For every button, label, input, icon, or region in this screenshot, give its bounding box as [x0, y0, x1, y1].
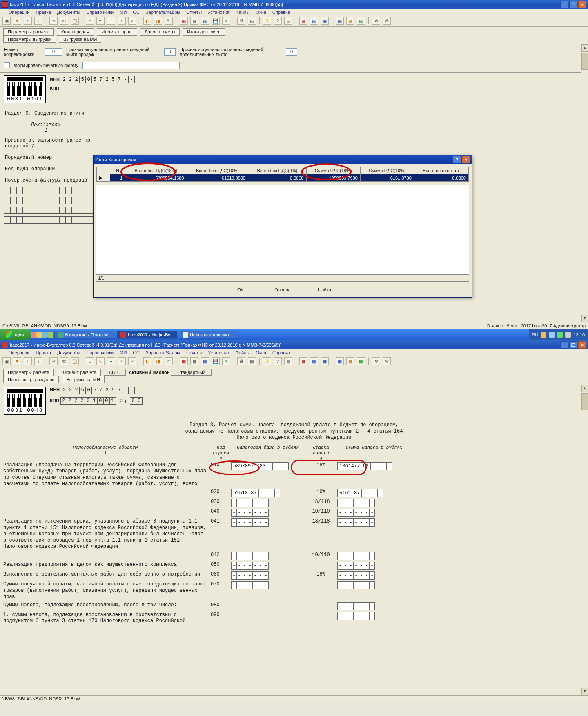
- print-icon[interactable]: 🖶: [237, 17, 245, 25]
- taskbar-item[interactable]: Входящие - Почта M...: [54, 331, 116, 339]
- menu-item[interactable]: Установка: [208, 350, 229, 355]
- tool-icon[interactable]: ⌕: [86, 17, 94, 25]
- tab-export[interactable]: Выгрузка на МИ: [62, 376, 104, 383]
- scroll-up-icon[interactable]: ▲: [581, 44, 588, 52]
- wand-icon[interactable]: ✨: [263, 357, 271, 365]
- start-button[interactable]: пуск: [0, 329, 31, 340]
- tool-icon[interactable]: ◨: [154, 17, 162, 25]
- tax-field[interactable]: -------: [337, 509, 375, 517]
- quick-icon[interactable]: [36, 332, 42, 338]
- scrollbar[interactable]: ▲ ▼: [581, 385, 588, 695]
- tool-icon[interactable]: ▦: [357, 357, 365, 365]
- scroll-thumb[interactable]: [581, 53, 588, 70]
- menu-item[interactable]: Операции: [9, 10, 29, 15]
- tax-field[interactable]: -------: [337, 499, 375, 507]
- menu-item[interactable]: Зарплата/Кадры: [146, 10, 180, 15]
- print-form-checkbox[interactable]: [4, 62, 10, 68]
- restore-button[interactable]: ❐: [569, 341, 577, 349]
- menu-item[interactable]: Справочники: [87, 10, 114, 15]
- tab-variant[interactable]: Вариант расчета: [57, 369, 101, 376]
- preview-icon[interactable]: ▤: [248, 17, 256, 25]
- tool-icon[interactable]: ▦: [336, 357, 344, 365]
- grid-row-selected[interactable]: ▶ 1 5888554.1500 61618.8800 0.0000 10599…: [97, 174, 469, 182]
- tax-field[interactable]: 6161.87----: [337, 489, 383, 497]
- tool-icon[interactable]: ▦: [346, 357, 354, 365]
- save-icon[interactable]: 💾: [212, 357, 220, 365]
- menu-item[interactable]: Операции: [9, 350, 29, 355]
- tool-icon[interactable]: ▦: [346, 17, 354, 25]
- paste-icon[interactable]: 📋: [71, 17, 79, 25]
- act-extra-input[interactable]: 0: [286, 48, 297, 56]
- menu-item[interactable]: Правка: [36, 350, 51, 355]
- base-field[interactable]: 5897097.783----: [231, 462, 289, 470]
- paste-icon[interactable]: 📋: [71, 357, 79, 365]
- tool-icon[interactable]: ▣: [2, 17, 11, 25]
- menu-item[interactable]: ОС: [133, 350, 140, 355]
- quick-icon[interactable]: [31, 332, 36, 338]
- tab-params[interactable]: Параметры расчета: [3, 369, 54, 376]
- tax-field[interactable]: -------: [337, 518, 375, 527]
- tab-book[interactable]: Книга продаж: [57, 28, 94, 36]
- tax-field[interactable]: 1061477.63----: [337, 462, 392, 470]
- save-icon[interactable]: 💾: [212, 17, 220, 25]
- refresh-icon[interactable]: ↻: [165, 17, 173, 25]
- tab-params[interactable]: Параметры расчета: [3, 28, 54, 36]
- print-form-path[interactable]: [82, 62, 180, 69]
- tab-export-params[interactable]: Параметры выгрузки: [3, 36, 56, 43]
- menu-item[interactable]: Установка: [208, 10, 229, 15]
- calendar-icon[interactable]: ▦: [190, 17, 198, 25]
- base-field[interactable]: 61618.87----: [231, 489, 280, 497]
- tool-icon[interactable]: ⟲: [96, 17, 105, 25]
- tax-field[interactable]: -------: [337, 552, 375, 560]
- help-icon[interactable]: ?: [274, 17, 282, 25]
- help-icon[interactable]: ?: [274, 357, 282, 365]
- calculator-icon[interactable]: ▦: [201, 17, 209, 25]
- copy-icon[interactable]: ⧉: [60, 357, 68, 365]
- close-button[interactable]: ×: [578, 341, 586, 349]
- scroll-up-icon[interactable]: ▲: [581, 385, 588, 392]
- tax-field[interactable]: -------: [337, 581, 375, 589]
- tray-icon[interactable]: [549, 332, 555, 338]
- menu-item[interactable]: Документы: [57, 10, 80, 15]
- sort-asc-icon[interactable]: ↑: [24, 17, 32, 25]
- clock[interactable]: 13:10: [573, 332, 585, 337]
- max-button[interactable]: □: [569, 1, 577, 8]
- tool-icon[interactable]: ▦: [299, 17, 307, 25]
- quick-icon[interactable]: [42, 332, 48, 338]
- scroll-down-icon[interactable]: ▼: [581, 315, 588, 322]
- tray-icon[interactable]: [541, 332, 546, 338]
- base-field[interactable]: -------: [231, 571, 269, 580]
- refresh-icon[interactable]: ↻: [165, 357, 173, 365]
- min-button[interactable]: _: [560, 341, 568, 349]
- tab-extra[interactable]: Дополн. листы: [140, 28, 180, 36]
- tax-field[interactable]: -------: [337, 612, 375, 620]
- close-button[interactable]: ×: [578, 1, 586, 8]
- tax-field[interactable]: -------: [337, 571, 375, 580]
- tool-icon[interactable]: ◨: [154, 357, 162, 365]
- base-field[interactable]: -------: [231, 509, 269, 517]
- base-field[interactable]: -------: [231, 499, 269, 507]
- cancel-button[interactable]: Отмена: [264, 286, 301, 294]
- find-button[interactable]: Найти: [306, 286, 343, 294]
- sort-desc-icon[interactable]: ↓: [34, 357, 42, 365]
- lang-indicator[interactable]: RU: [532, 332, 539, 337]
- tree-icon[interactable]: ▤: [284, 17, 292, 25]
- taskbar-item[interactable]: Налогоплательщик ...: [179, 331, 238, 339]
- menu-item[interactable]: Файлы: [235, 350, 249, 355]
- dialog-help-button[interactable]: ?: [453, 156, 461, 163]
- tab-export[interactable]: Выгрузка на МИ: [59, 36, 101, 43]
- scroll-down-icon[interactable]: ▼: [581, 688, 588, 695]
- tool-icon[interactable]: ▦: [321, 357, 329, 365]
- base-field[interactable]: -------: [231, 562, 269, 570]
- menu-item[interactable]: Документы: [57, 350, 80, 355]
- inn-field[interactable]: 2225057257--: [61, 387, 135, 394]
- quick-icon[interactable]: [48, 332, 53, 338]
- tax-field[interactable]: -------: [337, 562, 375, 570]
- menu-item[interactable]: Справка: [272, 350, 290, 355]
- sort-asc-icon[interactable]: ↑: [24, 357, 32, 365]
- pdf-icon[interactable]: ▦: [180, 17, 188, 25]
- ok-button[interactable]: OK: [222, 286, 259, 294]
- act-book-input[interactable]: 0: [164, 48, 176, 56]
- copy-icon[interactable]: ⧉: [60, 17, 68, 25]
- menu-item[interactable]: МИ: [120, 10, 127, 15]
